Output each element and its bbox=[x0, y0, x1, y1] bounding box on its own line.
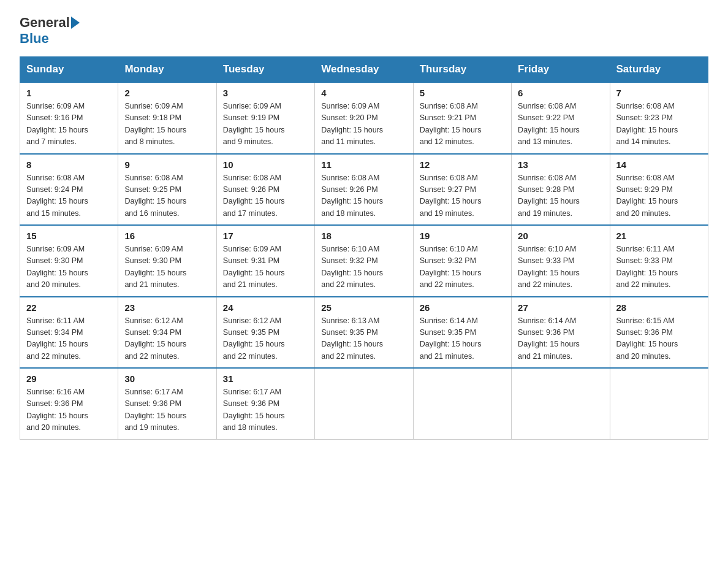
day-info: Sunrise: 6:09 AMSunset: 9:30 PMDaylight:… bbox=[124, 243, 210, 291]
day-number: 8 bbox=[26, 159, 112, 170]
week-row-5: 29Sunrise: 6:16 AMSunset: 9:36 PMDayligh… bbox=[20, 368, 708, 439]
week-row-3: 15Sunrise: 6:09 AMSunset: 9:30 PMDayligh… bbox=[20, 225, 708, 297]
day-cell bbox=[315, 368, 413, 439]
day-number: 11 bbox=[321, 159, 406, 170]
day-cell: 6Sunrise: 6:08 AMSunset: 9:22 PMDaylight… bbox=[512, 82, 610, 154]
day-cell: 5Sunrise: 6:08 AMSunset: 9:21 PMDaylight… bbox=[413, 82, 511, 154]
day-number: 9 bbox=[124, 159, 210, 170]
day-number: 25 bbox=[321, 302, 406, 313]
day-cell bbox=[512, 368, 610, 439]
day-cell: 13Sunrise: 6:08 AMSunset: 9:28 PMDayligh… bbox=[512, 154, 610, 226]
day-info: Sunrise: 6:09 AMSunset: 9:30 PMDaylight:… bbox=[26, 243, 112, 291]
day-cell: 12Sunrise: 6:08 AMSunset: 9:27 PMDayligh… bbox=[413, 154, 511, 226]
day-number: 16 bbox=[124, 231, 210, 241]
day-info: Sunrise: 6:08 AMSunset: 9:26 PMDaylight:… bbox=[321, 172, 406, 220]
column-header-thursday: Thursday bbox=[413, 57, 511, 83]
day-number: 10 bbox=[223, 159, 308, 170]
day-info: Sunrise: 6:16 AMSunset: 9:36 PMDaylight:… bbox=[26, 386, 112, 434]
header-row: SundayMondayTuesdayWednesdayThursdayFrid… bbox=[20, 57, 708, 83]
day-cell: 23Sunrise: 6:12 AMSunset: 9:34 PMDayligh… bbox=[118, 297, 216, 369]
logo-general-text: General bbox=[20, 15, 70, 31]
day-info: Sunrise: 6:09 AMSunset: 9:16 PMDaylight:… bbox=[26, 101, 112, 148]
day-number: 23 bbox=[124, 302, 210, 313]
day-cell: 24Sunrise: 6:12 AMSunset: 9:35 PMDayligh… bbox=[216, 297, 314, 369]
column-header-sunday: Sunday bbox=[20, 57, 118, 83]
day-info: Sunrise: 6:09 AMSunset: 9:31 PMDaylight:… bbox=[223, 243, 308, 291]
day-cell: 30Sunrise: 6:17 AMSunset: 9:36 PMDayligh… bbox=[118, 368, 216, 439]
day-number: 31 bbox=[223, 373, 308, 384]
day-info: Sunrise: 6:17 AMSunset: 9:36 PMDaylight:… bbox=[223, 386, 308, 434]
column-header-saturday: Saturday bbox=[610, 57, 708, 83]
day-info: Sunrise: 6:11 AMSunset: 9:33 PMDaylight:… bbox=[616, 243, 702, 291]
calendar-table: SundayMondayTuesdayWednesdayThursdayFrid… bbox=[20, 56, 708, 440]
day-info: Sunrise: 6:14 AMSunset: 9:36 PMDaylight:… bbox=[518, 315, 603, 363]
day-info: Sunrise: 6:08 AMSunset: 9:25 PMDaylight:… bbox=[124, 172, 210, 220]
day-cell: 18Sunrise: 6:10 AMSunset: 9:32 PMDayligh… bbox=[315, 225, 413, 297]
day-cell: 16Sunrise: 6:09 AMSunset: 9:30 PMDayligh… bbox=[118, 225, 216, 297]
day-info: Sunrise: 6:09 AMSunset: 9:20 PMDaylight:… bbox=[321, 101, 406, 148]
logo: General Blue bbox=[20, 15, 81, 47]
day-info: Sunrise: 6:12 AMSunset: 9:35 PMDaylight:… bbox=[223, 315, 308, 363]
day-cell: 3Sunrise: 6:09 AMSunset: 9:19 PMDaylight… bbox=[216, 82, 314, 154]
day-cell: 11Sunrise: 6:08 AMSunset: 9:26 PMDayligh… bbox=[315, 154, 413, 226]
day-info: Sunrise: 6:12 AMSunset: 9:34 PMDaylight:… bbox=[124, 315, 210, 363]
day-info: Sunrise: 6:08 AMSunset: 9:24 PMDaylight:… bbox=[26, 172, 112, 220]
day-cell: 8Sunrise: 6:08 AMSunset: 9:24 PMDaylight… bbox=[20, 154, 118, 226]
day-cell: 31Sunrise: 6:17 AMSunset: 9:36 PMDayligh… bbox=[216, 368, 314, 439]
day-info: Sunrise: 6:08 AMSunset: 9:21 PMDaylight:… bbox=[420, 101, 505, 148]
column-header-friday: Friday bbox=[512, 57, 610, 83]
day-cell bbox=[610, 368, 708, 439]
logo-blue-text: Blue bbox=[20, 31, 49, 46]
day-number: 13 bbox=[518, 159, 603, 170]
column-header-wednesday: Wednesday bbox=[315, 57, 413, 83]
day-info: Sunrise: 6:08 AMSunset: 9:29 PMDaylight:… bbox=[616, 172, 702, 220]
day-cell: 15Sunrise: 6:09 AMSunset: 9:30 PMDayligh… bbox=[20, 225, 118, 297]
day-info: Sunrise: 6:17 AMSunset: 9:36 PMDaylight:… bbox=[124, 386, 210, 434]
day-cell: 20Sunrise: 6:10 AMSunset: 9:33 PMDayligh… bbox=[512, 225, 610, 297]
column-header-monday: Monday bbox=[118, 57, 216, 83]
day-cell: 4Sunrise: 6:09 AMSunset: 9:20 PMDaylight… bbox=[315, 82, 413, 154]
day-info: Sunrise: 6:10 AMSunset: 9:32 PMDaylight:… bbox=[420, 243, 505, 291]
day-number: 20 bbox=[518, 231, 603, 241]
day-number: 18 bbox=[321, 231, 406, 241]
day-cell: 27Sunrise: 6:14 AMSunset: 9:36 PMDayligh… bbox=[512, 297, 610, 369]
day-number: 3 bbox=[223, 88, 308, 98]
day-info: Sunrise: 6:08 AMSunset: 9:28 PMDaylight:… bbox=[518, 172, 603, 220]
day-cell: 10Sunrise: 6:08 AMSunset: 9:26 PMDayligh… bbox=[216, 154, 314, 226]
day-number: 6 bbox=[518, 88, 603, 98]
day-number: 22 bbox=[26, 302, 112, 313]
day-number: 28 bbox=[616, 302, 702, 313]
logo-arrow-icon bbox=[71, 17, 80, 29]
day-cell: 28Sunrise: 6:15 AMSunset: 9:36 PMDayligh… bbox=[610, 297, 708, 369]
day-cell: 26Sunrise: 6:14 AMSunset: 9:35 PMDayligh… bbox=[413, 297, 511, 369]
day-cell: 14Sunrise: 6:08 AMSunset: 9:29 PMDayligh… bbox=[610, 154, 708, 226]
day-number: 29 bbox=[26, 373, 112, 384]
day-cell: 9Sunrise: 6:08 AMSunset: 9:25 PMDaylight… bbox=[118, 154, 216, 226]
day-info: Sunrise: 6:14 AMSunset: 9:35 PMDaylight:… bbox=[420, 315, 505, 363]
day-number: 1 bbox=[26, 88, 112, 98]
day-info: Sunrise: 6:09 AMSunset: 9:18 PMDaylight:… bbox=[124, 101, 210, 148]
day-number: 14 bbox=[616, 159, 702, 170]
day-info: Sunrise: 6:08 AMSunset: 9:26 PMDaylight:… bbox=[223, 172, 308, 220]
day-number: 7 bbox=[616, 88, 702, 98]
day-number: 24 bbox=[223, 302, 308, 313]
day-cell: 21Sunrise: 6:11 AMSunset: 9:33 PMDayligh… bbox=[610, 225, 708, 297]
day-info: Sunrise: 6:13 AMSunset: 9:35 PMDaylight:… bbox=[321, 315, 406, 363]
day-number: 17 bbox=[223, 231, 308, 241]
week-row-1: 1Sunrise: 6:09 AMSunset: 9:16 PMDaylight… bbox=[20, 82, 708, 154]
day-number: 5 bbox=[420, 88, 505, 98]
day-cell: 7Sunrise: 6:08 AMSunset: 9:23 PMDaylight… bbox=[610, 82, 708, 154]
day-info: Sunrise: 6:08 AMSunset: 9:23 PMDaylight:… bbox=[616, 101, 702, 148]
day-cell: 19Sunrise: 6:10 AMSunset: 9:32 PMDayligh… bbox=[413, 225, 511, 297]
day-info: Sunrise: 6:08 AMSunset: 9:22 PMDaylight:… bbox=[518, 101, 603, 148]
day-number: 12 bbox=[420, 159, 505, 170]
page-header: General Blue bbox=[20, 15, 708, 47]
week-row-4: 22Sunrise: 6:11 AMSunset: 9:34 PMDayligh… bbox=[20, 297, 708, 369]
day-cell: 1Sunrise: 6:09 AMSunset: 9:16 PMDaylight… bbox=[20, 82, 118, 154]
week-row-2: 8Sunrise: 6:08 AMSunset: 9:24 PMDaylight… bbox=[20, 154, 708, 226]
day-number: 27 bbox=[518, 302, 603, 313]
day-info: Sunrise: 6:10 AMSunset: 9:33 PMDaylight:… bbox=[518, 243, 603, 291]
day-number: 21 bbox=[616, 231, 702, 241]
day-number: 19 bbox=[420, 231, 505, 241]
day-info: Sunrise: 6:08 AMSunset: 9:27 PMDaylight:… bbox=[420, 172, 505, 220]
